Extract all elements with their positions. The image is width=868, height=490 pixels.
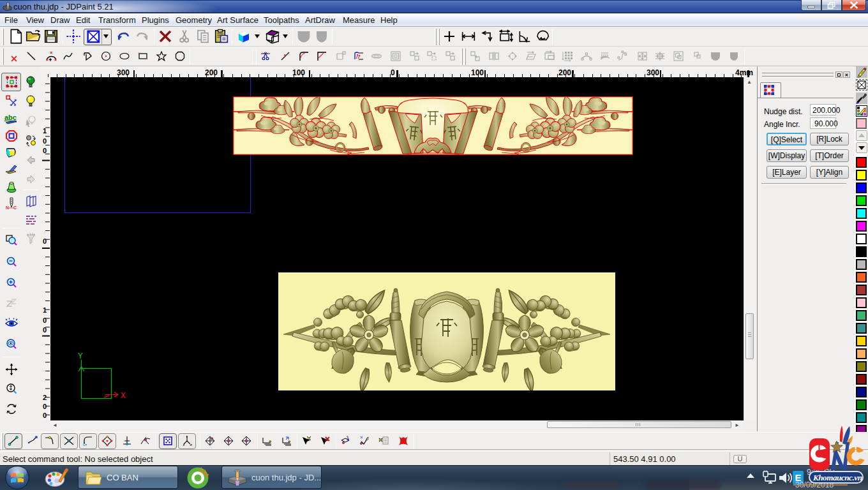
svg-text:0: 0: [43, 137, 47, 145]
svg-text:X: X: [121, 391, 126, 401]
svg-text:1: 1: [43, 127, 47, 135]
svg-text:0: 0: [43, 237, 47, 245]
svg-text:0: 0: [43, 412, 47, 419]
svg-text:0: 0: [43, 403, 47, 410]
svg-text:0: 0: [43, 316, 47, 324]
svg-text:N: N: [6, 205, 9, 210]
svg-text:2: 2: [43, 394, 47, 401]
svg-text:Y: Y: [78, 352, 83, 361]
svg-text:1: 1: [43, 306, 47, 314]
svg-text:0: 0: [43, 147, 47, 154]
svg-text:abc: abc: [4, 114, 17, 121]
svg-text:0: 0: [43, 326, 47, 334]
svg-text:C: C: [13, 205, 17, 210]
